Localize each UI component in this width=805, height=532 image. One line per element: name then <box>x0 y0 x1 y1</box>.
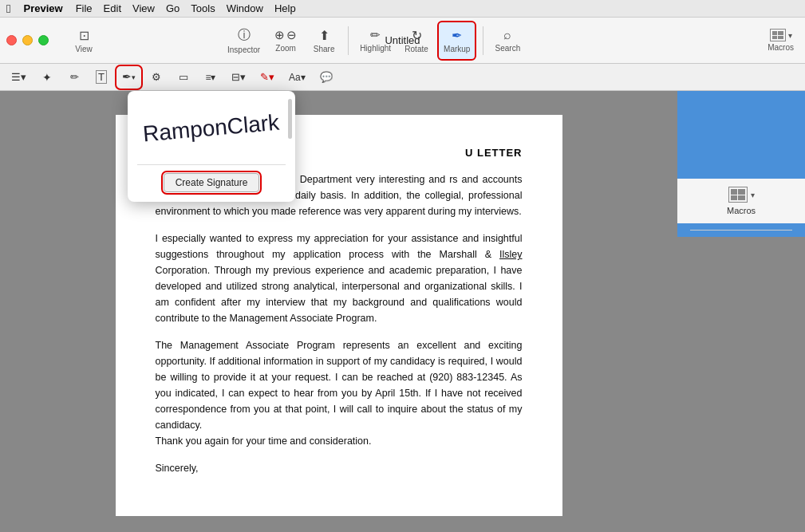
border-button[interactable]: ⊟▾ <box>227 67 251 88</box>
rotate-button[interactable]: ↻ Rotate <box>399 21 434 61</box>
macros-button[interactable]: ▾ Macros <box>763 21 799 61</box>
paragraph-3: The Management Associate Program represe… <box>156 337 523 449</box>
close-button[interactable] <box>6 35 17 45</box>
menu-window[interactable]: Window <box>227 2 263 14</box>
separator-2 <box>483 26 483 55</box>
share-icon: ⬆ <box>319 28 329 43</box>
view-button[interactable]: ⊡ View <box>60 21 108 61</box>
search-icon: ⌕ <box>503 28 511 42</box>
markup-label: Markup <box>444 45 470 53</box>
app-name: Preview <box>23 2 62 14</box>
highlight-label: Highlight <box>360 44 391 53</box>
main-area: U LETTER at the Marshall& Ilsley office … <box>0 91 805 532</box>
highlight-button[interactable]: ✏ Highlight <box>355 21 396 61</box>
menu-tools[interactable]: Tools <box>191 2 215 14</box>
annotate-button[interactable]: ✏ <box>63 67 85 88</box>
menu-go[interactable]: Go <box>166 2 180 14</box>
menu-help[interactable]: Help <box>274 2 296 14</box>
search-label: Search <box>495 44 521 53</box>
markup-button[interactable]: ✒ Markup <box>437 21 476 61</box>
font-button[interactable]: Aa▾ <box>284 67 310 88</box>
layout-button[interactable]: ▭ <box>172 67 195 88</box>
fullscreen-button[interactable] <box>38 35 49 45</box>
zoom-button[interactable]: ⊕ ⊖ Zoom <box>268 21 303 61</box>
textbox-button[interactable]: T <box>90 67 112 88</box>
document-area: U LETTER at the Marshall& Ilsley office … <box>0 91 677 532</box>
signature-cursive: RamponClark <box>142 110 280 148</box>
document-body: at the Marshall& Ilsley office in Depart… <box>156 171 523 476</box>
magic-wand-button[interactable]: ✦ <box>36 67 58 88</box>
separator-1 <box>348 26 349 55</box>
toolbar: ⊡ View Untitled ⓘ Inspector ⊕ ⊖ Zoom ⬆ S… <box>0 18 805 64</box>
search-button[interactable]: ⌕ Search <box>490 21 525 61</box>
macros-row[interactable]: ▾ <box>728 187 755 203</box>
macros-dropdown-arrow: ▾ <box>751 191 755 199</box>
share-button[interactable]: ⬆ Share <box>306 21 341 61</box>
zoom-label: Zoom <box>275 44 296 53</box>
traffic-lights <box>6 35 49 45</box>
color-button[interactable]: ✎▾ <box>255 67 279 88</box>
sig-panel-divider <box>137 164 286 165</box>
macros-section: ▾ Macros <box>677 179 805 223</box>
signature-image[interactable]: RamponClark <box>137 100 286 156</box>
sidebar-toggle[interactable]: ☰▾ <box>6 67 31 88</box>
notes-button[interactable]: 💬 <box>315 67 337 88</box>
rotate-icon: ↻ <box>412 28 422 43</box>
create-signature-button[interactable]: Create Signature <box>164 173 260 192</box>
markup-icon: ✒ <box>452 28 462 43</box>
inspector-button[interactable]: ⓘ Inspector <box>223 21 265 61</box>
alignment-button[interactable]: ≡▾ <box>199 67 222 88</box>
highlight-icon: ✏ <box>370 28 381 42</box>
apple-menu[interactable]:  <box>6 2 10 15</box>
menu-edit[interactable]: Edit <box>104 2 121 14</box>
adjust-color-button[interactable]: ⚙ <box>145 67 168 88</box>
signature-dropdown: RamponClark Create Signature <box>128 91 295 202</box>
rotate-label: Rotate <box>404 45 428 53</box>
paragraph-2: I especially wanted to express my apprec… <box>156 231 523 326</box>
macros-label-sidebar: Macros <box>727 206 756 215</box>
macros-label: Macros <box>768 43 794 52</box>
right-sidebar: ▾ Macros <box>677 91 805 532</box>
share-label: Share <box>314 45 335 53</box>
menu-file[interactable]: File <box>76 2 93 14</box>
toolbar2: ☰▾ ✦ ✏ T ✒ ▾ ⚙ ▭ ≡▾ ⊟▾ ✎▾ Aa▾ 💬 <box>0 64 805 91</box>
minimize-button[interactable] <box>22 35 33 45</box>
menu-bar:  Preview File Edit View Go Tools Window… <box>0 0 805 18</box>
sig-scrollbar[interactable] <box>288 99 292 139</box>
view-label: View <box>75 45 93 53</box>
inspector-icon: ⓘ <box>238 27 251 44</box>
menu-view[interactable]: View <box>132 2 155 14</box>
closing: Sincerely, <box>156 460 523 476</box>
inspector-label: Inspector <box>227 45 260 54</box>
signature-button[interactable]: ✒ ▾ <box>117 67 140 88</box>
sidebar-divider <box>690 230 792 231</box>
